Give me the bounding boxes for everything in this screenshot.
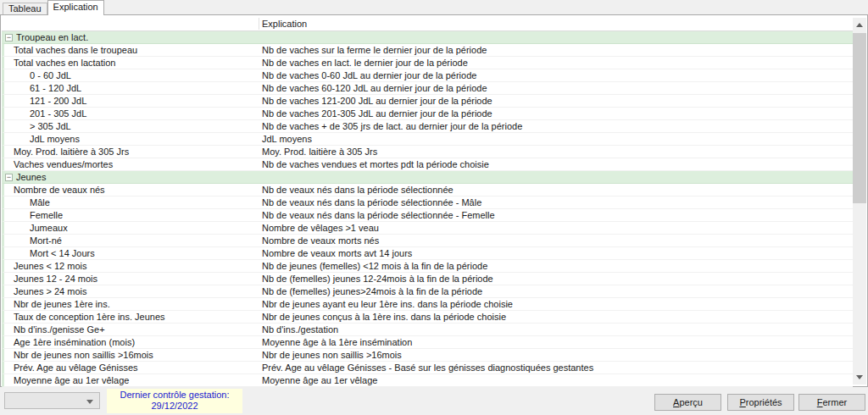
row-label: Total vaches en lactation: [4, 57, 115, 69]
row-explanation: Nb de vaches sur la ferme le dernier jou…: [259, 44, 853, 56]
row-label-cell: Total vaches dans le troupeau: [4, 44, 259, 56]
table-row[interactable]: 0 - 60 JdLNb de vaches 0-60 JdL au derni…: [2, 69, 853, 82]
table-header-row: Explication: [2, 17, 853, 31]
row-explanation: Nb de (femelles) jeunes 12-24mois à la f…: [259, 273, 853, 285]
table-row[interactable]: Nbr de jeunes 1ère ins.Nbr de jeunes aya…: [2, 298, 853, 311]
row-explanation: Nb de vaches 121-200 JdL au dernier jour…: [259, 95, 853, 107]
table-row[interactable]: > 305 JdLNb de vaches + de 305 jrs de la…: [2, 120, 853, 133]
table-row[interactable]: Moyenne âge au 1er vêlageMoyenne âge au …: [2, 374, 853, 387]
application-window: Tableau Explication Explication −Troupea…: [0, 0, 868, 415]
row-explanation: Nb de vaches 60-120 JdL au dernier jour …: [259, 82, 853, 94]
scrollbar-up-icon[interactable]: [853, 18, 866, 32]
apercu-button[interactable]: Aperçu: [654, 394, 721, 411]
row-label: JdL moyens: [4, 133, 80, 145]
scrollbar-thumb[interactable]: [853, 33, 866, 203]
row-label-cell: 61 - 120 JdL: [4, 82, 259, 94]
row-label-cell: Age 1ère insémination (mois): [4, 336, 259, 348]
row-label: Vaches vendues/mortes: [4, 158, 113, 170]
scrollbar-down-icon[interactable]: [853, 370, 866, 385]
table-row[interactable]: 61 - 120 JdLNb de vaches 60-120 JdL au d…: [2, 82, 853, 95]
row-label: Mâle: [4, 196, 50, 208]
row-explanation: Nb de jeunes (femelles) <12 mois à la fi…: [259, 260, 853, 272]
row-explanation: Moy. Prod. laitière à 305 Jrs: [259, 146, 853, 158]
table-row[interactable]: Total vaches en lactationNb de vaches en…: [2, 57, 853, 69]
row-label: Jeunes < 12 mois: [4, 260, 87, 272]
table-row[interactable]: 201 - 305 JdLNb de vaches 201-305 JdL au…: [2, 108, 853, 120]
group-row[interactable]: −Troupeau en lact.: [2, 31, 853, 44]
gestation-info-label: Dernier contrôle gestation:: [107, 390, 242, 401]
table-row[interactable]: Nb d'ins./genisse Ge+Nb d'ins./gestation: [2, 324, 853, 336]
row-label: Mort < 14 Jours: [4, 247, 95, 259]
table-row[interactable]: Jeunes 12 - 24 moisNb de (femelles) jeun…: [2, 273, 853, 285]
tab-explication[interactable]: Explication: [47, 0, 104, 15]
collapse-minus-icon[interactable]: −: [5, 34, 13, 42]
row-explanation: Nbr de jeunes conçus à la 1ère ins. dans…: [259, 311, 853, 323]
row-label-cell: Jeunes > 24 mois: [4, 285, 259, 297]
table-row[interactable]: 121 - 200 JdLNb de vaches 121-200 JdL au…: [2, 95, 853, 108]
table-row[interactable]: Moy. Prod. laitière à 305 JrsMoy. Prod. …: [2, 146, 853, 158]
row-label-cell: Femelle: [4, 209, 259, 221]
row-explanation: [259, 31, 853, 43]
row-label: Jumeaux: [4, 222, 68, 234]
row-explanation: Nb de veaux nés dans la période sélectio…: [259, 209, 853, 221]
row-explanation: Nbr de jeunes ayant eu leur 1ère ins. da…: [259, 298, 853, 310]
row-label-cell: −Jeunes: [4, 171, 259, 183]
table-row[interactable]: FemelleNb de veaux nés dans la période s…: [2, 209, 853, 222]
table-row[interactable]: Mort < 14 JoursNombre de veaux morts avt…: [2, 247, 853, 260]
row-explanation: Nb de (femelles) jeunes>24mois à la fin …: [259, 285, 853, 297]
collapse-minus-icon[interactable]: −: [5, 174, 13, 181]
row-label-cell: Nombre de veaux nés: [4, 184, 259, 196]
row-label: > 305 JdL: [4, 120, 71, 132]
row-label: 61 - 120 JdL: [4, 82, 81, 94]
row-label-cell: Taux de conception 1ère ins. Jeunes: [4, 311, 259, 323]
row-label-cell: Vaches vendues/mortes: [4, 158, 259, 170]
row-label-cell: Jumeaux: [4, 222, 259, 234]
proprietes-button[interactable]: Propriétés: [727, 394, 794, 411]
row-label-cell: Total vaches en lactation: [4, 57, 259, 69]
row-label: Jeunes: [16, 171, 46, 183]
row-label-cell: 201 - 305 JdL: [4, 108, 259, 119]
row-explanation: Nbr de jeunes non saillis >16mois: [259, 349, 853, 361]
table-row[interactable]: Total vaches dans le troupeauNb de vache…: [2, 44, 853, 57]
row-label: 201 - 305 JdL: [4, 108, 86, 119]
row-label-cell: Jeunes 12 - 24 mois: [4, 273, 259, 285]
row-explanation: Nb de vaches en lact. le dernier jour de…: [259, 57, 853, 69]
row-label-cell: Nbr de jeunes 1ère ins.: [4, 298, 259, 310]
gestation-info-date: 29/12/2022: [107, 401, 242, 412]
row-explanation: JdL moyens: [259, 133, 853, 145]
row-explanation: Nb d'ins./gestation: [259, 324, 853, 335]
table-row[interactable]: Vaches vendues/mortesNb de vaches vendue…: [2, 158, 853, 171]
table-row[interactable]: MâleNb de veaux nés dans la période séle…: [2, 196, 853, 209]
row-label-cell: JdL moyens: [4, 133, 259, 145]
group-row[interactable]: −Jeunes: [2, 171, 853, 184]
row-label-cell: Moy. Prod. laitière à 305 Jrs: [4, 146, 259, 158]
table-row[interactable]: Mort-néNombre de veaux morts nés: [2, 235, 853, 247]
column-header-explication[interactable]: Explication: [262, 19, 307, 30]
row-explanation: Moyenne âge à la 1ère insémination: [259, 336, 853, 348]
table-row[interactable]: Nbr de jeunes non saillis >16moisNbr de …: [2, 349, 853, 362]
row-label: Moy. Prod. laitière à 305 Jrs: [4, 146, 129, 158]
table-row[interactable]: Taux de conception 1ère ins. JeunesNbr d…: [2, 311, 853, 324]
period-combobox[interactable]: [4, 392, 100, 409]
row-label: 0 - 60 JdL: [4, 69, 71, 81]
table-row[interactable]: JumeauxNombre de vêlages >1 veau: [2, 222, 853, 235]
row-explanation: Nombre de vêlages >1 veau: [259, 222, 853, 234]
table-row[interactable]: Jeunes > 24 moisNb de (femelles) jeunes>…: [2, 285, 853, 298]
row-explanation: Nombre de veaux morts nés: [259, 235, 853, 246]
fermer-button[interactable]: Fermer: [798, 394, 865, 411]
row-label: Nbr de jeunes non saillis >16mois: [4, 349, 153, 361]
tab-tableau[interactable]: Tableau: [3, 3, 47, 14]
table-row[interactable]: Jeunes < 12 moisNb de jeunes (femelles) …: [2, 260, 853, 273]
table-row[interactable]: Nombre de veaux nésNb de veaux nés dans …: [2, 184, 853, 196]
row-label-cell: Nb d'ins./genisse Ge+: [4, 324, 259, 335]
footer-bar: Dernier contrôle gestation: 29/12/2022 A…: [0, 387, 868, 415]
row-label: Moyenne âge au 1er vêlage: [4, 374, 129, 386]
row-explanation: Nb de veaux nés dans la période sélectio…: [259, 196, 853, 208]
row-explanation: Nb de vaches 201-305 JdL au dernier jour…: [259, 108, 853, 119]
row-label-cell: Mort-né: [4, 235, 259, 246]
chevron-down-icon: [86, 400, 93, 404]
table-row[interactable]: Prév. Age au vêlage GénissesPrév. Age au…: [2, 362, 853, 374]
table-row[interactable]: JdL moyensJdL moyens: [2, 133, 853, 146]
vertical-scrollbar[interactable]: [853, 18, 866, 385]
table-row[interactable]: Age 1ère insémination (mois)Moyenne âge …: [2, 336, 853, 349]
